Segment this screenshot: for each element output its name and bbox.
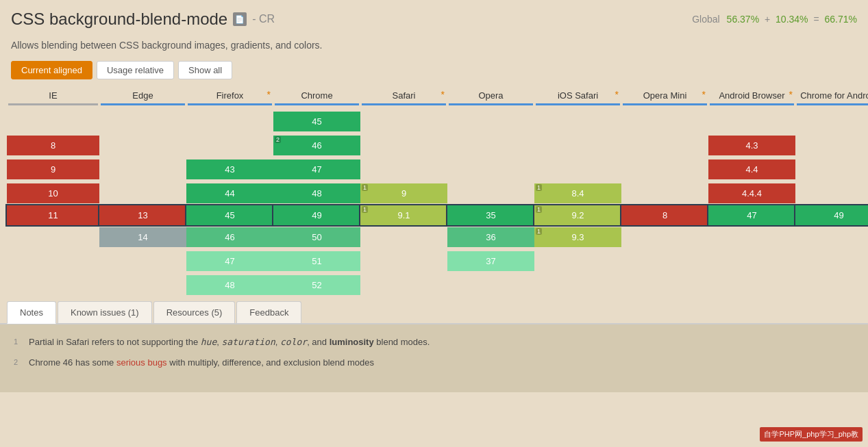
version-cell: 37 — [447, 251, 534, 271]
browser-header-opera: Opera — [447, 88, 534, 110]
tab-notes[interactable]: Notes — [7, 301, 56, 324]
tab-known-issues[interactable]: Known issues (1) — [58, 301, 152, 323]
table-row: 48 — [186, 273, 273, 297]
table-row — [708, 273, 795, 297]
table-row — [99, 273, 186, 297]
note-text: Chrome 46 has some serious bugs with mul… — [29, 356, 374, 370]
tab-current-aligned[interactable]: Current aligned — [11, 61, 92, 79]
table-row: 51 — [273, 249, 360, 273]
version-cell: 246 — [273, 136, 360, 155]
note-text: Partial in Safari refers to not supporti… — [29, 335, 430, 349]
table-row: 52 — [273, 273, 360, 297]
note-number: 1 — [14, 336, 23, 349]
version-cell-highlight: 13 — [99, 205, 186, 225]
table-row — [186, 110, 273, 133]
version-cell: 10 — [7, 183, 99, 203]
table-row — [795, 225, 868, 249]
global-stats: 56.37% + 10.34% = 66.71% — [727, 14, 857, 25]
table-row: 45 — [186, 205, 273, 225]
table-row — [534, 249, 621, 273]
version-cell: 4.4 — [708, 159, 795, 179]
table-row — [447, 181, 534, 205]
table-row: 35 — [447, 205, 534, 225]
version-cell: 19.3 — [534, 227, 621, 247]
serious-bugs-link[interactable]: serious bugs — [116, 357, 167, 368]
table-row — [360, 273, 447, 297]
table-row: 8 — [621, 205, 708, 225]
table-row — [621, 225, 708, 249]
table-row — [360, 157, 447, 181]
table-row — [360, 133, 447, 157]
table-row: 19 — [360, 181, 447, 205]
table-row — [621, 157, 708, 181]
version-cell-highlight: 8 — [621, 205, 708, 225]
browser-header-opera-mini: * Opera Mini — [621, 88, 708, 110]
table-row — [7, 249, 99, 273]
table-row — [99, 157, 186, 181]
title-suffix: - CR — [252, 13, 275, 25]
version-cell: 44 — [186, 183, 273, 203]
table-row — [360, 110, 447, 133]
table-row: 47 — [186, 249, 273, 273]
table-row — [7, 225, 99, 249]
version-cell: 51 — [273, 251, 360, 271]
version-cell-highlight: 49 — [273, 205, 360, 225]
table-row: 48 — [273, 181, 360, 205]
version-cell: 47 — [186, 251, 273, 271]
table-row — [7, 273, 99, 297]
version-cell: 48 — [273, 183, 360, 203]
stat-total: 66.71% — [825, 14, 857, 25]
table-row — [99, 249, 186, 273]
table-row — [99, 133, 186, 157]
note-item-1: 1 Partial in Safari refers to not suppor… — [14, 335, 854, 349]
table-row — [795, 249, 868, 273]
table-row — [186, 133, 273, 157]
table-row — [7, 110, 99, 133]
table-row: 19.3 — [534, 225, 621, 249]
note-number: 2 — [14, 357, 23, 370]
table-row: 44 — [186, 181, 273, 205]
browser-header-safari: * Safari — [360, 88, 447, 110]
note-item-2: 2 Chrome 46 has some serious bugs with m… — [14, 356, 854, 370]
tab-usage-relative[interactable]: Usage relative — [97, 61, 174, 79]
browser-header-chrome: Chrome — [273, 88, 360, 110]
browser-header-chrome-android: Chrome for Android — [795, 88, 868, 110]
version-cell: 9 — [7, 159, 99, 179]
table-row: 9 — [7, 157, 99, 181]
version-cell-highlight: 35 — [447, 205, 534, 225]
tab-resources[interactable]: Resources (5) — [153, 301, 236, 323]
table-row: 19.2 — [534, 205, 621, 225]
global-label: Global — [692, 14, 719, 25]
version-cell: 14 — [99, 227, 186, 247]
table-row: 13 — [99, 205, 186, 225]
table-row: 246 — [273, 133, 360, 157]
table-row: 10 — [7, 181, 99, 205]
table-row: 4.4.4 — [708, 181, 795, 205]
table-row: 50 — [273, 225, 360, 249]
table-row — [360, 249, 447, 273]
version-cell: 4.3 — [708, 136, 795, 155]
table-row: 19.1 — [360, 205, 447, 225]
stat-green: 56.37% — [727, 14, 759, 25]
table-row — [708, 249, 795, 273]
doc-icon: 📄 — [233, 12, 247, 26]
table-row — [621, 249, 708, 273]
version-cell: 50 — [273, 227, 360, 247]
table-row: 14 — [99, 225, 186, 249]
table-row — [621, 273, 708, 297]
version-cell-highlight: 49 — [795, 205, 868, 225]
table-row — [447, 157, 534, 181]
table-row — [795, 157, 868, 181]
browser-header-ie: IE — [7, 88, 99, 110]
table-row — [795, 133, 868, 157]
version-cell: 46 — [186, 227, 273, 247]
version-cell: 8 — [7, 136, 99, 155]
table-row — [99, 181, 186, 205]
tab-feedback[interactable]: Feedback — [236, 301, 301, 323]
table-row — [708, 110, 795, 133]
page-title: CSS background-blend-mode — [11, 10, 227, 29]
version-cell-highlight: 45 — [186, 205, 273, 225]
table-row: 8 — [7, 133, 99, 157]
tab-show-all[interactable]: Show all — [178, 61, 232, 79]
browser-header-edge: Edge — [99, 88, 186, 110]
